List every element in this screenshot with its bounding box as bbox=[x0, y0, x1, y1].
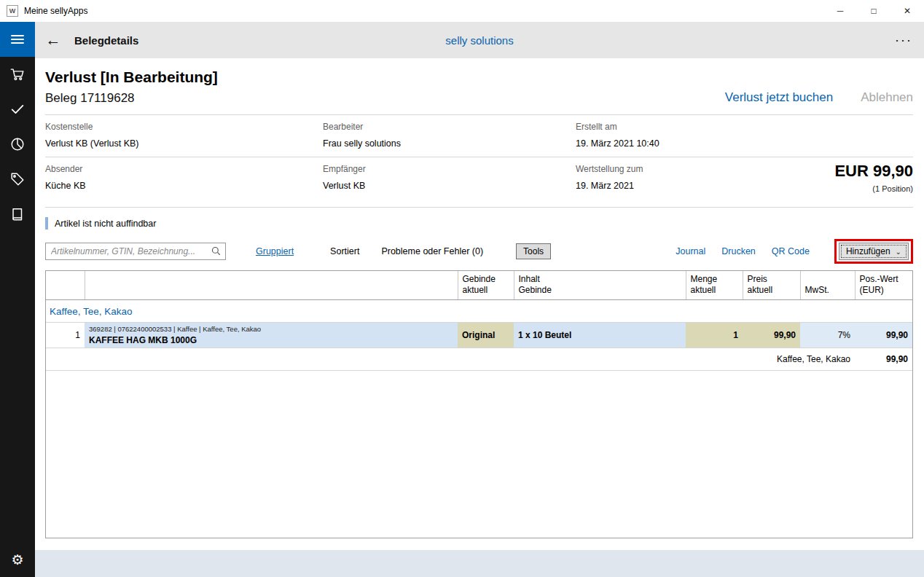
table-header-row: Gebinde aktuell Inhalt Gebinde Menge akt… bbox=[46, 271, 912, 300]
divider bbox=[45, 207, 913, 208]
cell-menge: 1 bbox=[686, 323, 743, 348]
table-row[interactable]: 1 369282 | 07622400002533 | Kaffee | Kaf… bbox=[46, 323, 912, 348]
gear-icon: ⚙ bbox=[11, 552, 23, 568]
col-header-gebinde: Gebinde aktuell bbox=[458, 271, 514, 300]
sidebar: ⚙ bbox=[0, 22, 35, 577]
problems-link[interactable]: Probleme oder Fehler (0) bbox=[381, 246, 483, 256]
reject-button[interactable]: Ablehnen bbox=[861, 90, 913, 105]
col-header-article bbox=[85, 271, 458, 300]
document-header: Verlust [In Bearbeitung] Beleg 17119628 … bbox=[45, 68, 913, 106]
search-icon bbox=[211, 246, 222, 256]
pie-chart-icon bbox=[9, 136, 26, 152]
group-header-row[interactable]: Kaffee, Tee, Kakao bbox=[46, 300, 912, 323]
add-button-label: Hinzufügen bbox=[846, 246, 890, 256]
search-input[interactable] bbox=[45, 243, 226, 260]
back-button[interactable]: ← bbox=[35, 31, 71, 49]
window-titlebar: W Meine sellyApps ─ □ ✕ bbox=[0, 0, 924, 22]
group-label: Kaffee, Tee, Kakao bbox=[46, 300, 912, 323]
close-button[interactable]: ✕ bbox=[890, 0, 924, 22]
col-header-inhalt: Inhalt Gebinde bbox=[514, 271, 686, 300]
book-icon bbox=[9, 206, 26, 222]
recipient-label: Empfänger bbox=[323, 164, 576, 174]
summary-value: 99,90 bbox=[855, 348, 912, 371]
summary-row: Kaffee, Tee, Kakao 99,90 bbox=[46, 348, 912, 371]
total-amount: EUR 99,90 bbox=[834, 162, 913, 181]
sidebar-item-statistics[interactable] bbox=[0, 127, 35, 162]
editor-value: Frau selly solutions bbox=[323, 138, 576, 149]
add-button[interactable]: Hinzufügen ⌄ bbox=[839, 243, 909, 260]
cell-row-number: 1 bbox=[46, 323, 85, 348]
tag-icon bbox=[9, 171, 26, 187]
cell-wert: 99,90 bbox=[855, 323, 912, 348]
window-title: Meine sellyApps bbox=[24, 6, 87, 16]
editor-label: Bearbeiter bbox=[323, 122, 576, 132]
sender-label: Absender bbox=[45, 164, 323, 174]
col-header-preis: Preis aktuell bbox=[743, 271, 800, 300]
tools-button[interactable]: Tools bbox=[516, 243, 551, 259]
hamburger-menu-button[interactable] bbox=[0, 22, 35, 57]
position-count: (1 Position) bbox=[834, 184, 913, 193]
bottom-bar bbox=[35, 550, 924, 577]
sidebar-item-promotions[interactable] bbox=[0, 162, 35, 197]
minimize-button[interactable]: ─ bbox=[823, 0, 857, 22]
summary-group-label: Kaffee, Tee, Kakao bbox=[46, 348, 855, 371]
sidebar-item-tasks[interactable] bbox=[0, 92, 35, 127]
toolbar: Gruppiert Sortiert Probleme oder Fehler … bbox=[45, 242, 913, 261]
check-icon bbox=[9, 101, 26, 117]
cell-gebinde: Original bbox=[458, 323, 514, 348]
document-title: Verlust [In Bearbeitung] bbox=[45, 68, 913, 86]
sender-value: Küche KB bbox=[45, 181, 323, 191]
hamburger-icon bbox=[10, 32, 25, 47]
sidebar-item-catalog[interactable] bbox=[0, 197, 35, 232]
journal-link[interactable]: Journal bbox=[676, 246, 705, 256]
cell-preis: 99,90 bbox=[743, 323, 800, 348]
grouped-link[interactable]: Gruppiert bbox=[256, 246, 294, 256]
col-header-wert: Pos.-Wert (EUR) bbox=[855, 271, 912, 300]
maximize-button[interactable]: □ bbox=[857, 0, 890, 22]
created-at-value: 19. März 2021 10:40 bbox=[576, 138, 913, 149]
sidebar-item-settings[interactable]: ⚙ bbox=[0, 542, 35, 577]
page-title: Belegdetails bbox=[74, 34, 138, 47]
print-link[interactable]: Drucken bbox=[721, 246, 756, 256]
details-row-1: Kostenstelle Verlust KB (Verlust KB) Bea… bbox=[45, 115, 913, 157]
col-header-menge: Menge aktuell bbox=[686, 271, 743, 300]
sorted-link[interactable]: Sortiert bbox=[330, 246, 359, 256]
notice-text: Artikel ist nicht auffindbar bbox=[55, 219, 156, 229]
article-name: KAFFEE HAG MKB 1000G bbox=[89, 335, 453, 345]
col-header-number bbox=[46, 271, 85, 300]
appbar-center-title: selly solutions bbox=[35, 34, 924, 47]
cell-article: 369282 | 07622400002533 | Kaffee | Kaffe… bbox=[85, 323, 458, 348]
cell-mwst: 7% bbox=[800, 323, 855, 348]
more-options-button[interactable]: ··· bbox=[895, 33, 912, 48]
qr-code-link[interactable]: QR Code bbox=[772, 246, 810, 256]
cost-center-label: Kostenstelle bbox=[45, 122, 323, 132]
annotation-highlight: Hinzufügen ⌄ bbox=[834, 239, 913, 264]
chevron-down-icon: ⌄ bbox=[896, 248, 901, 256]
notice-accent-bar bbox=[45, 217, 48, 229]
status-notice: Artikel ist nicht auffindbar bbox=[45, 217, 913, 229]
appbar: selly solutions ← Belegdetails ··· bbox=[35, 22, 924, 58]
cell-inhalt: 1 x 10 Beutel bbox=[514, 323, 686, 348]
created-at-label: Erstellt am bbox=[576, 122, 913, 132]
positions-table: Gebinde aktuell Inhalt Gebinde Menge akt… bbox=[45, 270, 913, 538]
col-header-mwst: MwSt. bbox=[800, 271, 855, 300]
sidebar-item-cart[interactable] bbox=[0, 57, 35, 92]
book-loss-button[interactable]: Verlust jetzt buchen bbox=[725, 90, 833, 105]
cart-icon bbox=[9, 66, 26, 82]
details-row-2: Absender Küche KB Empfänger Verlust KB W… bbox=[45, 157, 913, 207]
recipient-value: Verlust KB bbox=[323, 181, 576, 191]
cost-center-value: Verlust KB (Verlust KB) bbox=[45, 138, 323, 149]
content-area: Verlust [In Bearbeitung] Beleg 17119628 … bbox=[35, 58, 924, 550]
app-logo-icon: W bbox=[7, 5, 18, 17]
article-meta: 369282 | 07622400002533 | Kaffee | Kaffe… bbox=[89, 325, 453, 333]
